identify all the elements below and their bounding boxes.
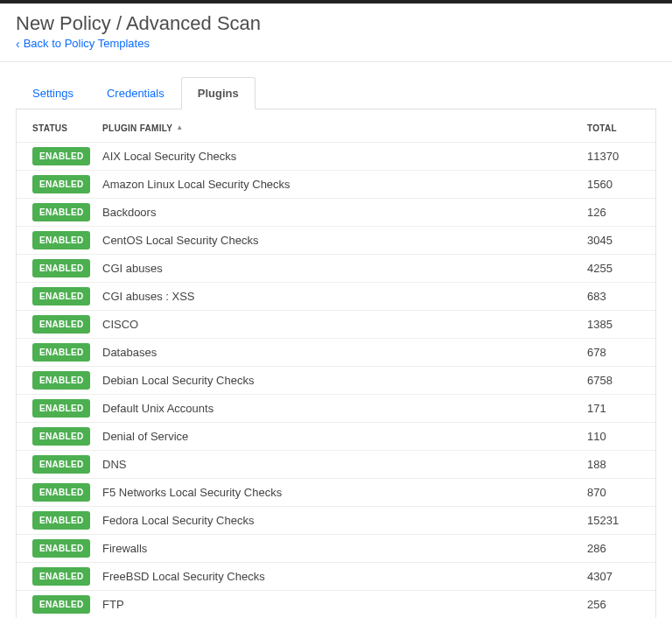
status-badge[interactable]: ENABLED bbox=[32, 567, 90, 586]
cell-total: 126 bbox=[587, 206, 640, 219]
table-row[interactable]: ENABLEDAmazon Linux Local Security Check… bbox=[17, 170, 655, 198]
status-badge[interactable]: ENABLED bbox=[32, 539, 90, 558]
cell-total: 6758 bbox=[587, 374, 640, 387]
column-header-status[interactable]: STATUS bbox=[32, 123, 102, 133]
cell-status: ENABLED bbox=[32, 175, 102, 193]
cell-total: 110 bbox=[587, 430, 640, 443]
cell-family: Denial of Service bbox=[102, 430, 587, 443]
cell-status: ENABLED bbox=[32, 231, 102, 249]
cell-status: ENABLED bbox=[32, 511, 102, 530]
cell-total: 4255 bbox=[587, 262, 640, 275]
table-row[interactable]: ENABLEDF5 Networks Local Security Checks… bbox=[17, 478, 655, 506]
cell-family: Firewalls bbox=[102, 542, 587, 555]
cell-total: 1560 bbox=[587, 178, 640, 191]
cell-status: ENABLED bbox=[32, 595, 102, 614]
column-header-family[interactable]: PLUGIN FAMILY ▲ bbox=[102, 123, 587, 133]
cell-status: ENABLED bbox=[32, 427, 102, 446]
cell-total: 15231 bbox=[587, 514, 640, 527]
cell-family: CentOS Local Security Checks bbox=[102, 234, 587, 247]
status-badge[interactable]: ENABLED bbox=[32, 231, 90, 249]
cell-total: 683 bbox=[587, 290, 640, 303]
table-row[interactable]: ENABLEDBackdoors126 bbox=[17, 198, 655, 226]
cell-status: ENABLED bbox=[32, 399, 102, 418]
cell-family: Fedora Local Security Checks bbox=[102, 514, 587, 527]
status-badge[interactable]: ENABLED bbox=[32, 259, 90, 277]
cell-total: 11370 bbox=[587, 150, 640, 163]
cell-family: Databases bbox=[102, 346, 587, 359]
cell-family: Backdoors bbox=[102, 206, 587, 219]
cell-family: FreeBSD Local Security Checks bbox=[102, 570, 587, 583]
tab-credentials[interactable]: Credentials bbox=[90, 77, 181, 109]
status-badge[interactable]: ENABLED bbox=[32, 343, 90, 362]
status-badge[interactable]: ENABLED bbox=[32, 147, 90, 165]
cell-family: AIX Local Security Checks bbox=[102, 150, 587, 163]
table-row[interactable]: ENABLEDDNS188 bbox=[17, 450, 655, 478]
sort-asc-icon: ▲ bbox=[176, 124, 183, 131]
table-row[interactable]: ENABLEDFreeBSD Local Security Checks4307 bbox=[17, 562, 655, 590]
cell-status: ENABLED bbox=[32, 147, 102, 165]
table-row[interactable]: ENABLEDDatabases678 bbox=[17, 338, 655, 366]
cell-total: 171 bbox=[587, 402, 640, 415]
cell-total: 256 bbox=[587, 598, 640, 611]
cell-status: ENABLED bbox=[32, 203, 102, 221]
back-link-label: Back to Policy Templates bbox=[24, 37, 150, 50]
cell-family: Debian Local Security Checks bbox=[102, 374, 587, 387]
cell-total: 4307 bbox=[587, 570, 640, 583]
status-badge[interactable]: ENABLED bbox=[32, 287, 90, 305]
cell-total: 3045 bbox=[587, 234, 640, 247]
cell-status: ENABLED bbox=[32, 567, 102, 586]
cell-family: CISCO bbox=[102, 318, 587, 331]
cell-total: 678 bbox=[587, 346, 640, 359]
cell-family: DNS bbox=[102, 458, 587, 471]
table-row[interactable]: ENABLEDDenial of Service110 bbox=[17, 422, 655, 450]
cell-total: 188 bbox=[587, 458, 640, 471]
cell-family: CGI abuses bbox=[102, 262, 587, 275]
table-row[interactable]: ENABLEDCentOS Local Security Checks3045 bbox=[17, 226, 655, 254]
status-badge[interactable]: ENABLED bbox=[32, 371, 90, 390]
cell-family: Amazon Linux Local Security Checks bbox=[102, 178, 587, 191]
status-badge[interactable]: ENABLED bbox=[32, 595, 90, 614]
table-row[interactable]: ENABLEDCGI abuses : XSS683 bbox=[17, 282, 655, 310]
cell-status: ENABLED bbox=[32, 455, 102, 474]
cell-family: FTP bbox=[102, 598, 587, 611]
status-badge[interactable]: ENABLED bbox=[32, 483, 90, 502]
tab-bar: Settings Credentials Plugins bbox=[16, 76, 656, 109]
cell-family: CGI abuses : XSS bbox=[102, 290, 587, 303]
cell-total: 286 bbox=[587, 542, 640, 555]
table-row[interactable]: ENABLEDDefault Unix Accounts171 bbox=[17, 394, 655, 422]
table-row[interactable]: ENABLEDDebian Local Security Checks6758 bbox=[17, 366, 655, 394]
status-badge[interactable]: ENABLED bbox=[32, 315, 90, 334]
cell-family: F5 Networks Local Security Checks bbox=[102, 486, 587, 499]
cell-total: 870 bbox=[587, 486, 640, 499]
cell-total: 1385 bbox=[587, 318, 640, 331]
status-badge[interactable]: ENABLED bbox=[32, 455, 90, 474]
cell-status: ENABLED bbox=[32, 259, 102, 277]
back-to-templates-link[interactable]: ‹ Back to Policy Templates bbox=[16, 37, 150, 50]
status-badge[interactable]: ENABLED bbox=[32, 175, 90, 193]
table-row[interactable]: ENABLEDCISCO1385 bbox=[17, 310, 655, 338]
cell-family: Default Unix Accounts bbox=[102, 402, 587, 415]
tab-plugins[interactable]: Plugins bbox=[181, 77, 256, 109]
status-badge[interactable]: ENABLED bbox=[32, 427, 90, 446]
chevron-left-icon: ‹ bbox=[16, 38, 20, 50]
status-badge[interactable]: ENABLED bbox=[32, 399, 90, 418]
status-badge[interactable]: ENABLED bbox=[32, 511, 90, 530]
cell-status: ENABLED bbox=[32, 343, 102, 362]
table-row[interactable]: ENABLEDAIX Local Security Checks11370 bbox=[17, 142, 655, 170]
table-row[interactable]: ENABLEDFTP256 bbox=[17, 590, 655, 618]
cell-status: ENABLED bbox=[32, 371, 102, 390]
column-header-total[interactable]: TOTAL bbox=[587, 123, 640, 133]
status-badge[interactable]: ENABLED bbox=[32, 203, 90, 221]
cell-status: ENABLED bbox=[32, 539, 102, 558]
page-title: New Policy / Advanced Scan bbox=[16, 12, 656, 35]
table-row[interactable]: ENABLEDFirewalls286 bbox=[17, 534, 655, 562]
cell-status: ENABLED bbox=[32, 315, 102, 334]
cell-status: ENABLED bbox=[32, 483, 102, 502]
column-header-family-label: PLUGIN FAMILY bbox=[102, 123, 172, 133]
table-row[interactable]: ENABLEDFedora Local Security Checks15231 bbox=[17, 506, 655, 534]
tab-settings[interactable]: Settings bbox=[16, 77, 90, 109]
cell-status: ENABLED bbox=[32, 287, 102, 305]
table-row[interactable]: ENABLEDCGI abuses4255 bbox=[17, 254, 655, 282]
